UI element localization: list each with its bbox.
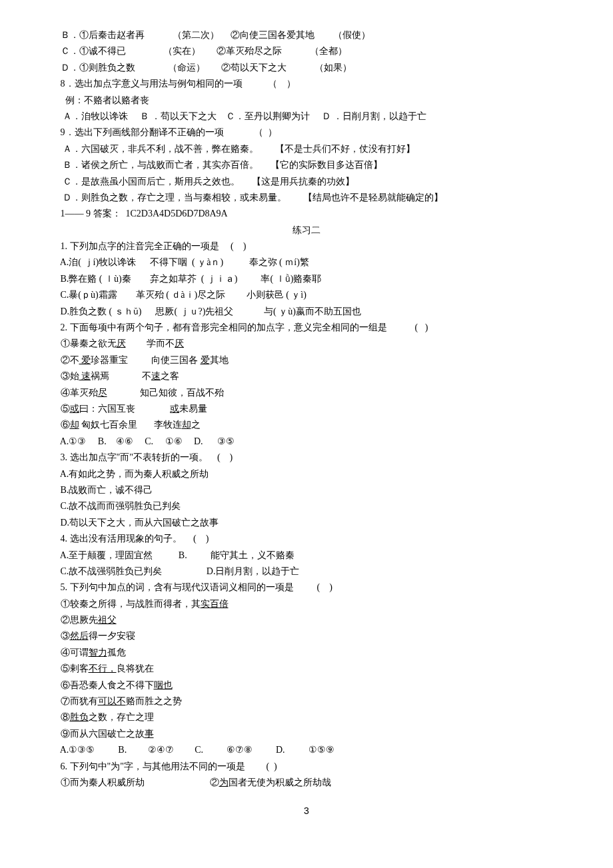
text-line: 4. 选出没有活用现象的句子。 ( ) [53, 532, 560, 546]
text-line: A.①③ B. ④⑥ C. ①⑥ D. ③⑤ [53, 434, 560, 449]
text-line: Ｂ．诸侯之所亡，与战败而亡者，其实亦百倍。 【它的实际数目多达百倍】 [53, 158, 560, 173]
text-line: C.暴(ｐù)霜露 革灭殆 ( ｄàｉ)尽之际 小则获邑 ( ｙì) [53, 288, 560, 302]
text-line: 2. 下面每项中有两个句子，都有音形完全相同的加点字，意义完全相同的一组是 ( … [53, 320, 560, 335]
text-line: C.故不战强弱胜负已判矣 D.日削月割，以趋于亡 [53, 564, 560, 579]
text-line: 6. 下列句中"为"字，与其他用法不同的一项是 ( ) [53, 759, 560, 774]
text-line: ④革灭殆尽 知己知彼，百战不殆 [53, 386, 560, 400]
text-line: ⑤剌客不行，良将犹在 [53, 661, 560, 676]
text-line: Ａ．洎牧以谗诛 Ｂ ．苟以天下之大 Ｃ．至丹以荆卿为计 Ｄ ．日削月割，以趋于亡 [53, 109, 560, 124]
text-line: 1—— 9 答案： 1C2D3A4D5D6D7D8A9A [53, 207, 560, 221]
text-line: 例：不赂者以赂者丧 [53, 93, 560, 108]
text-line: Ｃ．是故燕虽小国而后亡，斯用兵之效也。 【这是用兵抗秦的功效】 [53, 175, 560, 189]
text-line: ①而为秦人积威所劫 ②为国者无使为积威之所劫哉 [53, 775, 560, 790]
text-line: ②思厥先祖父 [53, 613, 560, 628]
text-line: Ｂ．①后秦击赵者再 （第二次） ②向使三国各爱其地 （假使） [53, 28, 560, 43]
text-line: 3. 选出加点字"而"不表转折的一项。 ( ) [53, 450, 560, 465]
text-line: ③然后得一夕安寝 [53, 629, 560, 644]
text-line: D.苟以天下之大，而从六国破亡之故事 [53, 516, 560, 530]
text-line: 9．选出下列画线部分翻译不正确的一项 （ ） [53, 125, 560, 140]
text-line: Ｄ．①则胜负之数 （命运） ②苟以天下之大 （如果） [53, 61, 560, 75]
text-line: 1. 下列加点字的注音完全正确的一项是 ( ) [53, 239, 560, 254]
text-line: Ｄ．则胜负之数，存亡之理，当与秦相较，或未易量。 【结局也许不是轻易就能确定的】 [53, 191, 560, 205]
text-line: ⑦而犹有可以不赂而胜之之势 [53, 694, 560, 709]
text-line: 练习二 [53, 223, 560, 238]
text-line: Ｃ．①诚不得已 （实在） ②革灭殆尽之际 （全都） [53, 44, 560, 59]
text-line: ①较秦之所得，与战胜而得者，其实百倍 [53, 597, 560, 612]
text-line: D.胜负之数 ( ｓｈǔ) 思厥( ｊｕ?)先祖父 与( ｙù)嬴而不助五国也 [53, 304, 560, 319]
text-line: ⑤或曰：六国互丧 或未易量 [53, 402, 560, 416]
text-line: B.战败而亡，诚不得己 [53, 483, 560, 498]
page-number: 3 [53, 803, 560, 818]
text-line: ⑧胜负之数，存亡之理 [53, 710, 560, 725]
text-line: Ａ．六国破灭，非兵不利，战不善，弊在赂秦。 【不是士兵们不好，仗没有打好】 [53, 142, 560, 157]
text-line: ⑥却 匈奴七百余里 李牧连却之 [53, 418, 560, 432]
text-line: ①暴秦之欲无厌 学而不厌 [53, 336, 560, 351]
text-line: A.洎( ｊí)牧以谗诛 不得下咽 ( ｙàｎ) 奉之弥 ( ｍí)繁 [53, 255, 560, 270]
text-line: ④可谓智力孤危 [53, 646, 560, 660]
text-line: A.①③⑤ B. ②④⑦ C. ⑥⑦⑧ D. ①⑤⑨ [53, 743, 560, 757]
text-line: 5. 下列句中加点的词，含有与现代汉语词义相同的一项是 ( ) [53, 580, 560, 595]
text-line: 8．选出加点字意义与用法与例句相同的一项 （ ） [53, 77, 560, 91]
text-line: A.至于颠覆，理固宜然 B. 能守其土，义不赂秦 [53, 548, 560, 563]
text-line: ③始 速祸焉 不速之客 [53, 369, 560, 384]
text-line: B.弊在赂 ( ｌù)秦 弃之如草芥 ( ｊｉａ) 率( ｌǜ)赂秦耶 [53, 272, 560, 286]
text-line: C.故不战而而强弱胜负已判矣 [53, 499, 560, 514]
text-line: A.有如此之势，而为秦人积威之所劫 [53, 467, 560, 482]
text-line: ②不 爱珍器重宝 向使三国各 爱其地 [53, 353, 560, 368]
text-line: ⑥吾恐秦人食之不得下咽也 [53, 678, 560, 693]
text-line: ⑨而从六国破亡之故事 [53, 727, 560, 741]
